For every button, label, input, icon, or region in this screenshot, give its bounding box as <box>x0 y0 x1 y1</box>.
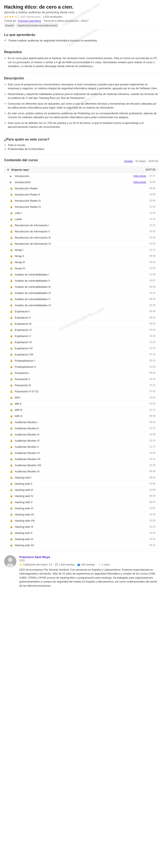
lesson-row[interactable]: 🔒Hacking web V08:37 <box>4 499 158 505</box>
lesson-row[interactable]: 🔒Analisis de vulnerabilidades III09:59 <box>4 284 158 290</box>
play-icon: ▶ <box>10 175 13 178</box>
lesson-row[interactable]: 🔒Nmap IV10:05 <box>4 266 158 272</box>
instructor-rating-stat: ⭐ Calificación del Instrut: 4.0 <box>19 563 52 566</box>
lesson-row[interactable]: 🔒Auditorias Moviles IV10:10 <box>4 438 158 444</box>
lesson-duration: 10:38 <box>149 433 156 436</box>
lock-icon: 🔒 <box>10 488 13 491</box>
course-title: Hacking ético: de cero a cien. <box>4 4 158 10</box>
lesson-row[interactable]: 🔒Explotacion IV10:02 <box>4 327 158 333</box>
lesson-row[interactable]: 🔒Wifi I10:04 <box>4 395 158 401</box>
lesson-row[interactable]: 🔒Analisis de vulnerabilidades II10:57 <box>4 278 158 284</box>
lock-icon: 🔒 <box>10 199 13 202</box>
lesson-row[interactable]: 🔒Hacking web VI10:01 <box>4 505 158 512</box>
lesson-row[interactable]: 🔒Passwords III10:13 <box>4 382 158 389</box>
lesson-name: Auditorias Moviles IX <box>15 470 148 473</box>
lesson-row[interactable]: 🔒Hacking web IX10:13 <box>4 524 158 530</box>
desc-item-0: Este curso te proporciona los conocimien… <box>8 83 158 90</box>
lock-icon: 🔒 <box>10 316 13 319</box>
lesson-row[interactable]: 🔒Auditorias Moviles III10:38 <box>4 432 158 438</box>
lesson-name: Auditorias Moviles II <box>15 427 148 430</box>
lesson-row[interactable]: 🔒Hacking web IV09:43 <box>4 493 158 499</box>
lesson-row[interactable]: 🔒Hacking web VII10:19 <box>4 512 158 518</box>
instructor-name[interactable]: Francisco Sant Moya <box>19 555 158 559</box>
lesson-duration: 10:13 <box>149 384 156 386</box>
creator-name[interactable]: Francisco Sant Moya <box>18 20 41 22</box>
lesson-row[interactable]: 🔒Passwords I09:45 <box>4 370 158 376</box>
lesson-row[interactable]: 🔒Introducción Redes II10:50 <box>4 192 158 198</box>
lesson-duration: 07:27 <box>149 175 156 178</box>
lesson-name: Hacking web VI <box>15 507 148 510</box>
lesson-row[interactable]: 🔒Auditorias Moviles IX09:30 <box>4 468 158 475</box>
lesson-row[interactable]: 🔒Hacking web II10:46 <box>4 481 158 487</box>
lesson-row[interactable]: 🔒Labs I11:04 <box>4 210 158 216</box>
lesson-row[interactable]: 🔒Postexplotacion I05:51 <box>4 358 158 364</box>
lesson-row[interactable]: 🔒Hacking web VIII10:28 <box>4 518 158 524</box>
lesson-row[interactable]: 🔒Passwords IV 07.0207:02 <box>4 389 158 395</box>
lesson-row[interactable]: 🔒Hacking web I08:50 <box>4 475 158 481</box>
lesson-duration: 10:34 <box>149 378 156 380</box>
lesson-name: Hacking web VII <box>15 513 148 516</box>
lesson-row[interactable]: 🔒Introducción Redes09:36 <box>4 185 158 192</box>
lesson-row[interactable]: 🔒Explotacion VI12:22 <box>4 339 158 345</box>
lesson-name: Passwords III <box>15 384 148 387</box>
lesson-row[interactable]: 🔒Recoleccion de Información II10:25 <box>4 228 158 235</box>
lesson-row[interactable]: 🔒Recoleccion de Información I10:14 <box>4 222 158 228</box>
lesson-row[interactable]: 🔒Wifi III10:11 <box>4 407 158 413</box>
course-subtitle: Aprende a realizar auditorías de pentest… <box>4 11 158 14</box>
lesson-row[interactable]: 🔒Auditorias Moviles V11:27 <box>4 444 158 450</box>
lesson-row[interactable]: 🔒Analisis de vulnerabilidades I11:28 <box>4 272 158 278</box>
date-value: 8/2017 <box>81 20 89 22</box>
lesson-row[interactable]: 🔒Hacking web XI10:01 <box>4 536 158 542</box>
instructor-reviews-stat: 💬 1.826 reseñas <box>55 563 74 566</box>
lesson-row[interactable]: 🔒Hacking web XII06:12 <box>4 542 158 549</box>
section-header-0[interactable]: ▼ Empezar aquí 10:07:34 <box>4 166 158 173</box>
lesson-row[interactable]: 🔒Hacking web X10:16 <box>4 530 158 536</box>
lesson-row[interactable]: 🔒Auditorias Moviles VI10:36 <box>4 450 158 456</box>
lesson-name: Nmap III <box>15 261 148 264</box>
lesson-row[interactable]: 🔒Auditorias Moviles I09:10 <box>4 419 158 425</box>
lock-icon: 🔒 <box>10 482 13 485</box>
lesson-row[interactable]: 🔒Explotacion III09:32 <box>4 321 158 327</box>
lesson-row[interactable]: 🔒Hacking web III10:08 <box>4 487 158 493</box>
lesson-row[interactable]: 🔒Introducción Redes III10:04 <box>4 198 158 204</box>
lesson-duration: 09:06 <box>149 414 156 417</box>
preview-link[interactable]: Vista previa <box>133 181 146 184</box>
lesson-row[interactable]: ▶IntroducciónllVista previa10:06 <box>4 179 158 185</box>
lesson-name: Hacking web III <box>15 488 148 491</box>
lesson-duration: 09:39 <box>149 310 156 313</box>
lesson-duration: 10:24 <box>149 335 156 337</box>
lesson-row[interactable]: 🔒Explotacion I09:39 <box>4 308 158 315</box>
lesson-row[interactable]: 🔒Introducción Redes IV11:04 <box>4 204 158 210</box>
lesson-row[interactable]: 🔒Postexplotacion II11:03 <box>4 364 158 370</box>
lesson-row[interactable]: 🔒Analisis de vulnerabilidades V09:35 <box>4 296 158 302</box>
lesson-row[interactable]: 🔒Nmap I10:11 <box>4 247 158 253</box>
lesson-row[interactable]: 🔒Recoleccion de Información IV10:33 <box>4 241 158 247</box>
lock-icon: 🔒 <box>10 242 13 245</box>
lesson-row[interactable]: 🔒Analisis de vulnerabilidades VI10:28 <box>4 302 158 308</box>
expand-link[interactable]: Ampliar <box>124 160 133 163</box>
learn-list: Podrán realizar auditorías de seguridad … <box>4 39 158 42</box>
instructor-section: Francisco Sant Moya CEO ⭐ Calificación d… <box>0 552 162 591</box>
lesson-row[interactable]: 🔒Recoleccion de Información III10:39 <box>4 235 158 241</box>
lesson-row[interactable]: 🔒Explotacion VII10:10 <box>4 345 158 351</box>
lesson-row[interactable]: 🔒Auditorias Moviles VII10:11 <box>4 456 158 462</box>
lesson-row[interactable]: 🔒Labsll11:10 <box>4 216 158 222</box>
lesson-name: Introducción Redes <box>15 187 148 190</box>
preview-link[interactable]: Vista previa <box>133 175 146 178</box>
learn-item: Podrán realizar auditorías de seguridad … <box>4 39 158 42</box>
lesson-row[interactable]: 🔒Auditorias Moviles II10:22 <box>4 425 158 432</box>
lesson-row[interactable]: 🔒Nmap II09:58 <box>4 253 158 259</box>
lesson-row[interactable]: 🔒Nmap III10:18 <box>4 259 158 266</box>
lesson-row[interactable]: 🔒Wifi II10:30 <box>4 401 158 407</box>
lesson-row[interactable]: 🔒Analisis de vulnerabilidades IV10:14 <box>4 290 158 296</box>
lesson-name: Postexplotacion I <box>15 359 148 362</box>
page-container: Hacking ético: de cero a cien. Aprende a… <box>0 0 162 591</box>
lesson-row[interactable]: 🔒Explotacion VIII07:19 <box>4 351 158 358</box>
lock-icon: 🔒 <box>10 212 13 214</box>
lesson-row[interactable]: 🔒Passwords II10:34 <box>4 376 158 382</box>
lesson-row[interactable]: 🔒Auditorias Moviles VIII10:28 <box>4 462 158 468</box>
lesson-row[interactable]: 🔒Explotacion II09:18 <box>4 315 158 321</box>
lesson-row[interactable]: 🔒Explotacion V10:24 <box>4 333 158 339</box>
lesson-row[interactable]: 🔒Wifi IV09:06 <box>4 413 158 419</box>
lesson-row[interactable]: ▶IntroducciónVista previa07:27 <box>4 173 158 179</box>
